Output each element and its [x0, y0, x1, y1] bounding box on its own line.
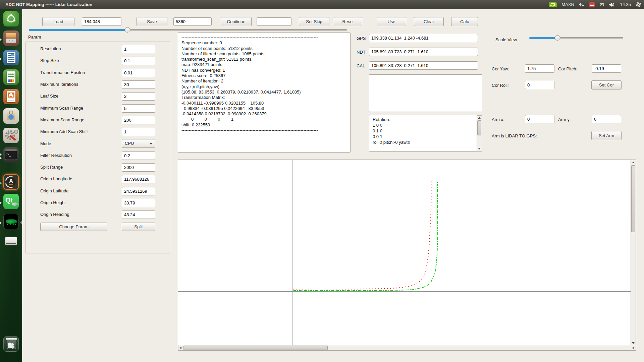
param-label-maximum-iterations: Maximum Iterations: [40, 82, 78, 87]
screen: ADC NDT Mapping ------ Lidar Localizatio…: [0, 0, 644, 362]
dock-icon-trash[interactable]: [3, 336, 19, 352]
nvidia-icon[interactable]: [549, 2, 557, 7]
param-input-step-size[interactable]: [122, 57, 155, 65]
timeline-slider-handle[interactable]: [125, 27, 130, 33]
dock-icon-terminal[interactable]: >_: [3, 147, 19, 163]
scroll-down-arrow[interactable]: [478, 148, 481, 149]
session-gear-icon[interactable]: [636, 2, 641, 7]
param-label-transformation-epsilon: Transformation Epsilon: [40, 70, 85, 75]
set-cor-button[interactable]: Set Cor: [591, 80, 622, 89]
set-skip-button[interactable]: Set Skip: [299, 17, 329, 26]
param-input-origin-latitude[interactable]: [122, 187, 155, 195]
cal-value-field[interactable]: [369, 61, 478, 70]
change-param-button[interactable]: Change Param: [40, 223, 107, 231]
load-value-input[interactable]: [82, 17, 121, 26]
dock-icon-settings[interactable]: [3, 128, 19, 143]
calc-button[interactable]: Calc: [451, 17, 478, 26]
param-input-origin-longitude[interactable]: [122, 175, 155, 183]
param-input-filter-resolution[interactable]: [122, 152, 155, 160]
set-arm-button[interactable]: Set Arm: [591, 131, 622, 140]
rotation-scrollbar[interactable]: [477, 115, 482, 151]
scroll-right-arrow[interactable]: [633, 347, 634, 349]
param-input-split-range[interactable]: [122, 163, 155, 172]
trajectory-ndt: [293, 181, 438, 291]
cal-label: CAL: [357, 63, 365, 68]
dock-icon-files[interactable]: [3, 31, 19, 46]
clear-button[interactable]: Clear: [414, 17, 444, 26]
plot-horizontal-scrollbar-handle[interactable]: [183, 346, 328, 350]
info-box[interactable]: [369, 74, 482, 112]
reset-button[interactable]: Reset: [334, 17, 362, 26]
param-input-maximum-iterations[interactable]: [122, 80, 155, 89]
network-traffic-icon[interactable]: [579, 2, 584, 7]
trajectory-gps: [293, 179, 432, 289]
use-button[interactable]: Use: [377, 17, 406, 26]
plot-horizontal-scrollbar[interactable]: [178, 345, 636, 351]
plot-vertical-scrollbar-handle[interactable]: [631, 165, 635, 232]
mail-icon[interactable]: ✉: [600, 2, 604, 7]
volume-icon[interactable]: [608, 2, 615, 7]
param-input-minimum-scan-range[interactable]: [122, 104, 155, 113]
param-input-transformation-epsilon[interactable]: [122, 69, 155, 77]
gpu-mode-label[interactable]: MAXN: [561, 2, 574, 7]
param-input-leaf-size[interactable]: [122, 92, 155, 101]
dock-icon-writer[interactable]: [3, 50, 19, 65]
focused-app-indicator: [20, 221, 22, 224]
scale-view-slider-fill: [529, 37, 557, 39]
cor-pitch-input[interactable]: [592, 64, 621, 73]
scale-view-label: Scale View: [495, 37, 517, 42]
rotation-output[interactable]: Rotation: 1 0 0 0 1 0 0 0 1 roll:0 pitch…: [369, 115, 482, 152]
param-label-filter-resolution: Filter Resolution: [40, 153, 72, 158]
ndt-value-field[interactable]: [369, 48, 478, 56]
scroll-down-arrow[interactable]: [632, 342, 635, 344]
dock-icon-qtcreator[interactable]: Qt: [3, 194, 19, 209]
scale-view-slider-handle[interactable]: [555, 35, 560, 41]
timeline-slider-fill: [29, 29, 127, 31]
mode-combobox-value: CPU: [125, 141, 134, 146]
param-label-resolution: Resolution: [40, 46, 61, 51]
scroll-up-arrow[interactable]: [632, 162, 635, 163]
running-indicator: [0, 201, 2, 204]
mode-combobox[interactable]: CPU: [122, 139, 155, 148]
scroll-left-arrow[interactable]: [180, 347, 181, 349]
continue-value-input[interactable]: [257, 17, 291, 26]
dock-icon-lidar-app[interactable]: [3, 214, 19, 229]
arm-y-input[interactable]: [592, 115, 621, 123]
running-indicator: [0, 182, 2, 185]
param-input-maximum-scan-range[interactable]: [122, 116, 155, 124]
param-label-minimum-scan-range: Minimum Scan Range: [40, 106, 83, 111]
dock-icon-dash-home[interactable]: [3, 11, 19, 26]
save-button[interactable]: Save: [137, 17, 167, 26]
save-value-input[interactable]: [173, 17, 212, 26]
log-output[interactable]: ----------------------------------------…: [178, 33, 351, 153]
dock-icon-software[interactable]: [3, 108, 19, 124]
dock-icon-impress[interactable]: [3, 89, 19, 104]
dock-icon-disk[interactable]: [3, 233, 19, 249]
param-input-origin-height[interactable]: [122, 199, 155, 207]
continue-button[interactable]: Conitinue: [221, 17, 252, 26]
param-input-resolution[interactable]: [122, 45, 155, 53]
ndt-label: NDT: [357, 50, 366, 55]
clock[interactable]: 14:35: [620, 2, 631, 7]
input-method-icon[interactable]: [589, 2, 595, 8]
scale-view-slider[interactable]: [529, 35, 623, 41]
split-button[interactable]: Split: [122, 223, 155, 231]
dock-icon-updater[interactable]: A: [3, 174, 19, 190]
arm-x-input[interactable]: [525, 115, 554, 123]
rotation-scrollbar-handle[interactable]: [477, 120, 481, 135]
param-input-minimum-add-scan-shift[interactable]: [122, 128, 155, 136]
timeline-slider[interactable]: [29, 27, 347, 33]
cor-roll-input[interactable]: [525, 81, 554, 89]
load-button[interactable]: Load: [42, 17, 74, 26]
plot-vertical-scrollbar[interactable]: [631, 160, 636, 346]
param-label-origin-longitude: Origin Longitude: [40, 176, 72, 181]
param-label-origin-latitude: Origin Latitude: [40, 188, 69, 193]
running-indicator: [0, 38, 2, 41]
plot-canvas[interactable]: [178, 160, 631, 346]
param-input-origin-heading[interactable]: [122, 210, 155, 219]
dock: >_ A Qt: [0, 9, 22, 362]
cor-yaw-input[interactable]: [525, 64, 554, 73]
scroll-up-arrow[interactable]: [478, 117, 481, 119]
dock-icon-calc[interactable]: [3, 69, 19, 85]
gps-value-field[interactable]: [369, 34, 478, 42]
